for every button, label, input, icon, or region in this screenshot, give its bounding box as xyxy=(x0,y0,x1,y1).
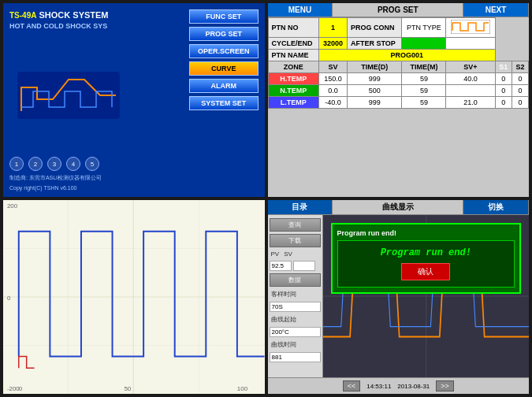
tl-title-block: TS-49A SHOCK SYSTEM HOT AND COLD SHOCK S… xyxy=(9,9,109,32)
l-temp-zone: L.TEMP xyxy=(268,97,318,109)
l-temp-s2: 0 xyxy=(512,97,528,109)
footer-copyright: Copy right(C) TSHN v6.100 xyxy=(9,185,259,191)
sample-time-label: 客样时间 xyxy=(270,289,321,299)
circle-btn-2[interactable]: 2 xyxy=(28,157,43,171)
panel-bottom-left: 200 0 -200 0 50 100 xyxy=(3,200,265,394)
prog-set-title: PROG SET xyxy=(333,3,463,17)
ptn-type-svg xyxy=(451,20,490,34)
ptn-no-value: 1 xyxy=(318,18,347,38)
footer-manufacturer: 制造商: 东莞市ASLI检测仪器有限公司 xyxy=(9,174,259,182)
func-set-button[interactable]: FUNC SET xyxy=(189,9,259,24)
panel-top-right: MENU PROG SET NEXT PTN NO 1 PROG CONN PT… xyxy=(268,3,530,197)
cycle-end-label: CYCLE/END xyxy=(268,38,318,50)
circle-btn-5[interactable]: 5 xyxy=(85,157,99,171)
panel-bottom-right: 目录 曲线显示 切换 查询 下载 PV SV 92.5 数据 客样时间 70S … xyxy=(268,200,530,394)
svg-text:100: 100 xyxy=(237,385,248,392)
menu-buttons: FUNC SET PROG SET OPER.SCREEN CURVE ALAR… xyxy=(189,9,259,110)
waveform-svg xyxy=(17,72,120,119)
n-temp-timem: 59 xyxy=(402,85,446,97)
svg-text:0: 0 xyxy=(7,295,11,302)
sv-label: SV xyxy=(282,250,294,258)
sample-time-value: 70S xyxy=(270,302,321,312)
oper-screen-button[interactable]: OPER.SCREEN xyxy=(189,44,259,58)
after-stop-label: AFTER STOP xyxy=(347,38,402,50)
br-menu-tab[interactable]: 目录 xyxy=(268,200,333,214)
panel-top-left: TS-49A SHOCK SYSTEM HOT AND COLD SHOCK S… xyxy=(3,3,265,197)
dialog-message-box: Program run end! 确认 xyxy=(337,240,515,288)
curve-time-label: 曲线时间 xyxy=(270,339,321,350)
alarm-button[interactable]: ALARM xyxy=(189,79,259,93)
prog-header: MENU PROG SET NEXT xyxy=(268,3,530,17)
ptn-name-value: PROG001 xyxy=(318,50,495,61)
l-temp-s1: 0 xyxy=(495,97,512,109)
n-temp-svplus xyxy=(446,85,495,97)
cycle-end-value: 32000 xyxy=(318,38,347,50)
oscilloscope-svg: 200 0 -200 0 50 100 xyxy=(3,200,265,394)
footer-date: 2013-08-31 xyxy=(397,383,430,390)
nav-left-button[interactable]: << xyxy=(343,380,361,391)
svg-text:50: 50 xyxy=(124,385,131,392)
col-svplus: SV+ xyxy=(446,61,495,73)
circle-btn-3[interactable]: 3 xyxy=(47,157,61,171)
after-stop-value xyxy=(402,38,446,50)
br-header: 目录 曲线显示 切换 xyxy=(268,200,530,215)
ptn-row: PTN NO 1 PROG CONN PTN TYPE xyxy=(268,18,529,38)
h-temp-timem: 59 xyxy=(402,73,446,85)
pv-label: PV xyxy=(270,250,281,258)
n-temp-s2: 0 xyxy=(512,85,528,97)
col-timed: TIME(D) xyxy=(347,61,402,73)
h-temp-s2: 0 xyxy=(512,73,528,85)
circle-buttons-row: 1 2 3 4 5 xyxy=(9,157,259,171)
col-zone: ZONE xyxy=(268,61,318,73)
h-temp-svplus: 40.0 xyxy=(446,73,495,85)
curve-start-value: 200°C xyxy=(270,327,321,337)
col-sv: SV xyxy=(318,61,347,73)
col-s2: S2 xyxy=(512,61,528,73)
data-button[interactable]: 数据 xyxy=(270,273,321,287)
nav-right-button[interactable]: >> xyxy=(436,380,454,391)
svg-text:0: 0 xyxy=(19,385,23,392)
prog-conn-label: PROG CONN xyxy=(347,18,402,38)
subtitle-label: HOT AND COLD SHOCK SYS xyxy=(9,21,109,32)
system-set-button[interactable]: SYSTEM SET xyxy=(189,96,259,110)
ptn-no-label: PTN NO xyxy=(268,18,318,38)
br-body: 查询 下载 PV SV 92.5 数据 客样时间 70S 曲线起始 200°C … xyxy=(268,215,530,377)
table-header-row: ZONE SV TIME(D) TIME(M) SV+ S1 S2 xyxy=(268,61,529,73)
n-temp-row: N.TEMP 0.0 500 59 0 0 xyxy=(268,85,529,97)
l-temp-timed: 999 xyxy=(347,97,402,109)
dialog-title: Program run end! xyxy=(337,229,515,237)
prog-set-button[interactable]: PROG SET xyxy=(189,27,259,41)
n-temp-timed: 500 xyxy=(347,85,402,97)
br-main-display: Program run end! Program run end! 确认 xyxy=(323,215,530,377)
model-label: TS-49A SHOCK SYSTEM xyxy=(9,9,109,21)
n-temp-s1: 0 xyxy=(495,85,512,97)
circle-btn-4[interactable]: 4 xyxy=(66,157,80,171)
sv-value xyxy=(293,261,315,271)
menu-tab[interactable]: MENU xyxy=(268,3,333,17)
dialog-ok-button[interactable]: 确认 xyxy=(401,263,450,280)
cycle-row: CYCLE/END 32000 AFTER STOP xyxy=(268,38,529,50)
next-tab[interactable]: NEXT xyxy=(463,3,529,17)
h-temp-sv: 150.0 xyxy=(318,73,347,85)
prog-table: PTN NO 1 PROG CONN PTN TYPE CYCLE/END 32… xyxy=(268,17,530,109)
curve-button[interactable]: CURVE xyxy=(189,61,259,76)
br-switch-tab[interactable]: 切换 xyxy=(463,200,529,214)
l-temp-timem: 59 xyxy=(402,97,446,109)
ptn-type-label: PTN TYPE xyxy=(402,18,446,38)
query-button[interactable]: 查询 xyxy=(270,218,321,232)
footer-time: 14:53:11 xyxy=(366,383,391,390)
ptn-name-label: PTN NAME xyxy=(268,50,318,61)
l-temp-svplus: 21.0 xyxy=(446,97,495,109)
download-button[interactable]: 下载 xyxy=(270,234,321,247)
dialog-message-text: Program run end! xyxy=(344,247,508,258)
br-title: 曲线显示 xyxy=(333,200,463,214)
program-end-dialog: Program run end! Program run end! 确认 xyxy=(331,223,522,294)
pv-value: 92.5 xyxy=(270,261,292,271)
l-temp-sv: -40.0 xyxy=(318,97,347,109)
curve-start-label: 曲线起始 xyxy=(270,314,321,325)
circle-btn-1[interactable]: 1 xyxy=(9,157,24,171)
h-temp-zone: H.TEMP xyxy=(268,73,318,85)
col-timem: TIME(M) xyxy=(402,61,446,73)
l-temp-row: L.TEMP -40.0 999 59 21.0 0 0 xyxy=(268,97,529,109)
h-temp-s1: 0 xyxy=(495,73,512,85)
